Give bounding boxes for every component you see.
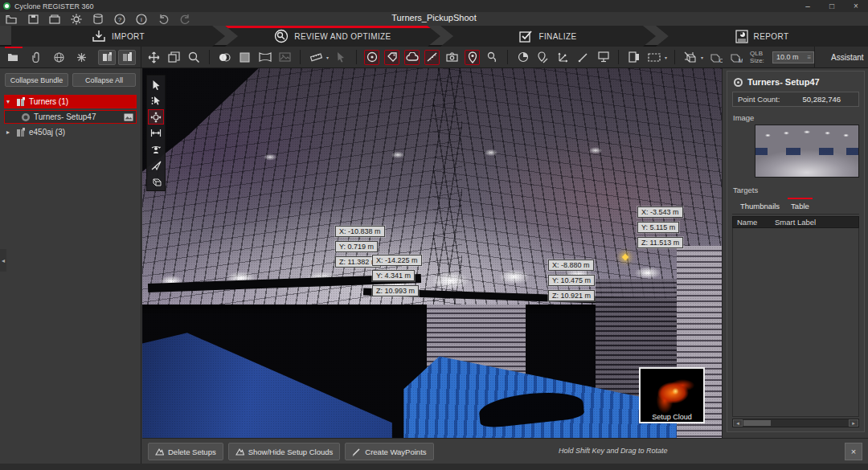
tab-links[interactable]	[30, 49, 43, 65]
application-window: Cyclone REGISTER 360 – □ × ? i Turners_P…	[0, 0, 868, 470]
scrollbar-thumb[interactable]	[743, 420, 771, 426]
save-project-icon[interactable]	[27, 13, 39, 25]
limit-box-by-cursor-icon[interactable]: C	[708, 50, 723, 65]
fence-dropdown-caret-icon[interactable]: ▾	[665, 55, 667, 60]
qlb-size-input[interactable]: 10.0 m ≡	[772, 51, 814, 63]
toolstrip: ▾ ▾ ▾ C M QLB Size:	[0, 47, 868, 68]
limit-box-icon[interactable]	[682, 50, 698, 65]
point-count-value: 50,282,746	[802, 95, 841, 104]
measure-dropdown-caret-icon[interactable]: ▾	[326, 55, 329, 60]
delete-setups-button[interactable]: Delete Setups	[148, 443, 223, 460]
tree-item-setup47[interactable]: Turners- Setup47	[4, 110, 137, 124]
setup-edit-icon[interactable]	[535, 50, 551, 65]
tab-thumbnails[interactable]: Thumbnails	[740, 202, 780, 210]
layers-tool-icon[interactable]	[166, 50, 182, 65]
close-button[interactable]: ×	[844, 0, 868, 12]
toggle-measurements-icon[interactable]	[424, 50, 440, 65]
multi-select-tool-icon[interactable]	[148, 93, 164, 108]
create-waypoints-button[interactable]: Create WayPoints	[345, 443, 433, 460]
svg-text:C: C	[719, 58, 723, 63]
toggle-setup-clouds-icon[interactable]	[404, 50, 420, 65]
properties-content: Turners- Setup47 Point Count: 50,282,746…	[727, 71, 865, 432]
visual-alignment-icon[interactable]	[515, 50, 530, 65]
redo-icon[interactable]	[178, 13, 191, 25]
toggle-targets-icon[interactable]	[364, 50, 379, 65]
toggle-labels-icon[interactable]	[384, 50, 399, 65]
tab-assistant[interactable]: Assistant	[831, 53, 864, 62]
minimize-button[interactable]: –	[796, 0, 820, 12]
toggle-images-icon[interactable]	[444, 50, 460, 65]
step-import-label: IMPORT	[112, 32, 145, 41]
limit-box-caret-icon[interactable]: ▾	[701, 55, 703, 60]
qlb-size-value: 10.0 m	[776, 53, 799, 61]
cloud-color-mode-icon[interactable]	[217, 50, 232, 65]
orbit-tool-icon[interactable]	[148, 109, 164, 125]
column-smart-label: Smart Label	[775, 218, 858, 227]
show-bundles-button[interactable]	[98, 50, 116, 65]
collapse-left-panel-handle[interactable]: ◂	[0, 249, 6, 272]
step-review-label: REVIEW AND OPTIMIZE	[294, 32, 391, 41]
move-axes-icon[interactable]	[555, 50, 571, 65]
fence-select-icon[interactable]	[646, 50, 661, 65]
close-view-button[interactable]: ×	[845, 443, 862, 460]
expander-expanded-icon[interactable]: ▾	[6, 98, 13, 105]
step-import[interactable]: IMPORT	[11, 26, 225, 47]
help-icon[interactable]: ?	[113, 13, 126, 25]
right-panel-tabs: Assistant Properties	[814, 47, 868, 68]
tree-item-bundle-turners[interactable]: ▾ Turners (1)	[4, 95, 137, 108]
pick-point-tool-icon[interactable]	[334, 50, 349, 65]
settings-gear-icon[interactable]	[70, 13, 83, 25]
toggle-links-icon[interactable]	[485, 50, 500, 65]
collapse-bundle-button[interactable]: Collapse Bundle	[5, 73, 68, 87]
fly-to-tool-icon[interactable]	[148, 157, 164, 173]
tab-table[interactable]: Table	[791, 202, 809, 210]
maximize-button[interactable]: □	[820, 0, 844, 12]
scrollbar-track[interactable]	[743, 419, 849, 427]
measurement-x: X: -8.880 m	[548, 260, 594, 271]
screen-capture-icon[interactable]	[596, 50, 611, 65]
pano-person-tool-icon[interactable]	[148, 141, 164, 157]
info-icon[interactable]: i	[135, 13, 148, 25]
show-hide-setup-clouds-button[interactable]: Show/Hide Setup Clouds	[228, 443, 341, 460]
targets-table-body[interactable]	[732, 228, 859, 417]
measurement-z: Z: 10.993 m	[372, 285, 419, 296]
measure-width-tool-icon[interactable]	[148, 125, 164, 141]
hide-bundles-button[interactable]	[118, 50, 136, 65]
qlb-stepper-icon[interactable]: ≡	[807, 54, 810, 61]
slice-panel-icon[interactable]	[626, 50, 641, 65]
window-bottom-edge	[0, 464, 868, 470]
step-finalize[interactable]: FINALIZE	[440, 26, 656, 47]
step-report[interactable]: REPORT	[656, 26, 868, 47]
limit-box-manager-icon[interactable]: M	[728, 50, 743, 65]
view-cube-tool-icon[interactable]	[148, 174, 164, 189]
bundle-toggle-buttons	[98, 50, 136, 65]
expander-collapsed-icon[interactable]: ▸	[6, 129, 13, 136]
tab-sitemap[interactable]	[52, 49, 66, 65]
image-view-icon[interactable]	[277, 50, 293, 65]
left-panel-tabs	[0, 47, 141, 68]
fill-display-mode-icon[interactable]	[237, 50, 252, 65]
step-review-and-optimize[interactable]: REVIEW AND OPTIMIZE	[225, 26, 440, 47]
panorama-view-icon[interactable]	[257, 50, 272, 65]
panorama-thumbnail[interactable]	[755, 125, 859, 178]
zoom-tool-icon[interactable]	[186, 50, 202, 65]
collapse-all-button[interactable]: Collapse All	[72, 73, 136, 87]
toggle-waypoints-icon[interactable]	[465, 50, 480, 65]
tab-project-explorer[interactable]	[6, 49, 20, 65]
select-tool-icon[interactable]	[148, 77, 164, 92]
storage-icon[interactable]	[92, 13, 104, 25]
draw-line-icon[interactable]	[575, 50, 591, 65]
pan-view-tool-icon[interactable]	[146, 50, 162, 65]
undo-icon[interactable]	[157, 13, 170, 25]
open-project-icon[interactable]	[5, 13, 18, 25]
tab-marks[interactable]	[76, 49, 89, 65]
scroll-left-icon[interactable]: ◂	[733, 419, 743, 427]
scroll-right-icon[interactable]: ▸	[849, 419, 858, 427]
archive-icon[interactable]	[48, 13, 61, 25]
measure-tool-icon[interactable]	[308, 50, 323, 65]
setup-icon	[734, 78, 743, 87]
step-finalize-label: FINALIZE	[538, 32, 576, 41]
tree-item-bundle-e450aj[interactable]: ▸ e450aj (3)	[4, 125, 137, 139]
point-cloud-viewport[interactable]: X: -10.838 m Y: 0.719 m Z: 11.382 m X: -…	[142, 68, 723, 438]
setup-cloud-inset[interactable]: Setup Cloud	[639, 367, 705, 423]
